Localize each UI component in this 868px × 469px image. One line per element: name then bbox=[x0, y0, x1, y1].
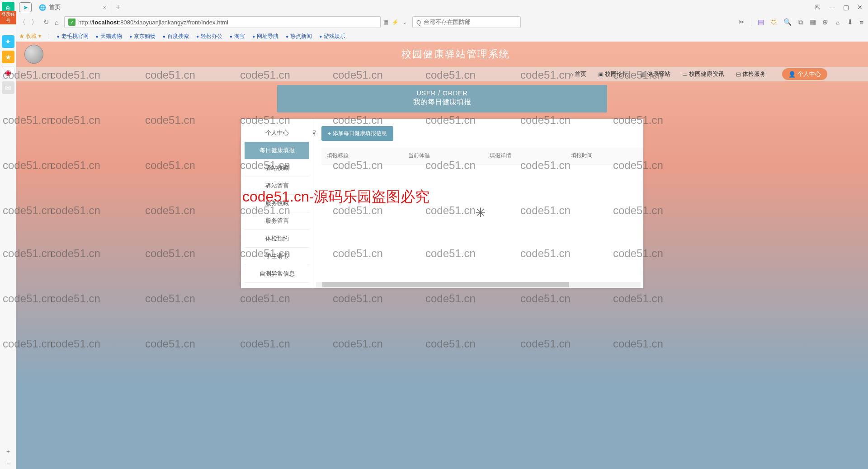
toolbar-icons: ✂ ▤ 🛡 🔍 ⧉ ▦ ⊕ ☼ ⬇ ≡ bbox=[739, 18, 863, 26]
bookmark-link[interactable]: ●天猫购物 bbox=[96, 33, 122, 40]
hero-line-cn: 我的每日健康填报 bbox=[277, 98, 607, 107]
bookmark-star-icon[interactable]: ★ 收藏 ▾ bbox=[19, 33, 41, 40]
user-icon: 👤 bbox=[788, 71, 796, 78]
side-menu-item[interactable]: 每日健康填报 bbox=[245, 142, 309, 159]
add-tab-icon[interactable]: + bbox=[6, 448, 10, 455]
horizontal-scrollbar[interactable] bbox=[316, 282, 641, 287]
watermark-text: code51.cn bbox=[425, 292, 476, 305]
compass-icon[interactable]: ➤ bbox=[19, 2, 32, 12]
bookmark-bar: ★ 收藏 ▾ | ●老毛桃官网●天猫购物●京东购物●百度搜索●轻松办公●淘宝●网… bbox=[0, 30, 868, 42]
reload-button[interactable]: ↻ bbox=[43, 18, 49, 26]
nav-item[interactable]: ▥健康驿站 bbox=[640, 70, 670, 78]
side-menu-item[interactable]: 学生请假 bbox=[245, 248, 309, 265]
watermark-text: code51.cn bbox=[50, 338, 100, 350]
sidebar-app-1-icon[interactable]: ✦ bbox=[2, 35, 14, 48]
shield2-icon[interactable]: 🛡 bbox=[770, 19, 777, 26]
zoom-icon[interactable]: 🔍 bbox=[783, 18, 792, 26]
watermark-text: code51.cn bbox=[145, 159, 195, 172]
plus-icon: + bbox=[328, 131, 331, 137]
window-close-icon[interactable]: ✕ bbox=[857, 4, 863, 11]
side-menu-item[interactable]: 服务留言 bbox=[245, 212, 309, 230]
side-menu-item[interactable]: 自测异常信息 bbox=[245, 265, 309, 283]
data-table: 填报标题当前体温填报详情填报时间 bbox=[321, 147, 643, 164]
tab-title: 首页 bbox=[49, 3, 61, 11]
nav-item[interactable]: ▣校园论坛 bbox=[598, 70, 628, 78]
table-header: 填报时间 bbox=[566, 147, 643, 164]
window-min-icon[interactable]: — bbox=[829, 4, 835, 11]
search-input[interactable]: Q 台湾不存在国防部 bbox=[412, 16, 521, 28]
watermark-text: code51.cn bbox=[50, 204, 100, 217]
bookmark-link[interactable]: ●百度搜索 bbox=[163, 33, 189, 40]
globe-icon: 🌐 bbox=[39, 4, 46, 11]
back-button[interactable]: 〈 bbox=[19, 18, 26, 27]
sidebar-app-2-icon[interactable]: ★ bbox=[2, 51, 14, 63]
side-menu-item[interactable]: 体检预约 bbox=[245, 230, 309, 248]
watermark-text: code51.cn bbox=[240, 292, 290, 305]
globe2-icon[interactable]: ⊕ bbox=[822, 18, 828, 26]
new-tab-button[interactable]: + bbox=[111, 3, 125, 12]
side-menu-item[interactable]: 个人中心 bbox=[245, 124, 309, 142]
apps-icon[interactable]: ▦ bbox=[810, 18, 816, 26]
side-menu-item[interactable]: 服务收藏 bbox=[245, 195, 309, 212]
hero-line-en: USER / ORDER bbox=[277, 89, 607, 97]
watermark-text: code51.cn bbox=[240, 338, 290, 350]
bookmark-link[interactable]: ●老毛桃官网 bbox=[57, 33, 89, 40]
url-text: http://localhost:8080/xiaoyuanjiankangyz… bbox=[78, 19, 228, 26]
flash-icon[interactable]: ⚡ bbox=[392, 19, 399, 25]
bookmark-link[interactable]: ●热点新闻 bbox=[286, 33, 312, 40]
user-center-label: 个人中心 bbox=[797, 70, 821, 78]
watermark-text: code51.cn bbox=[333, 292, 383, 305]
browser-tab[interactable]: 🌐 首页 × bbox=[34, 0, 111, 14]
watermark-text: code51.cn bbox=[145, 292, 195, 305]
url-input[interactable]: ✓ http://localhost:8080/xiaoyuanjiankang… bbox=[64, 16, 381, 28]
puzzle-icon[interactable]: ⧉ bbox=[798, 18, 803, 26]
login-tag[interactable]: 登录账号 bbox=[0, 11, 16, 24]
nav-item[interactable]: ⌂首页 bbox=[570, 70, 586, 78]
side-menu-item[interactable]: 驿站留言 bbox=[245, 177, 309, 195]
user-center-button[interactable]: 👤 个人中心 bbox=[782, 68, 827, 80]
download-icon[interactable]: ⬇ bbox=[847, 18, 853, 26]
watermark-text: code51.cn bbox=[50, 159, 100, 172]
qr-icon[interactable]: ▦ bbox=[383, 19, 388, 25]
main-panel: 个人中心每日健康填报驿站收藏驿站留言服务收藏服务留言体检预约学生请假自测异常信息… bbox=[241, 119, 643, 288]
home-button[interactable]: ⌂ bbox=[55, 19, 59, 26]
tab-close-icon[interactable]: × bbox=[103, 4, 106, 11]
bookmark-link[interactable]: ●网址导航 bbox=[252, 33, 278, 40]
window-max-icon[interactable]: ▢ bbox=[843, 4, 849, 11]
bookmark-link[interactable]: ●淘宝 bbox=[230, 33, 245, 40]
hamburger-icon[interactable]: ≡ bbox=[859, 19, 863, 26]
watermark-text: code51.cn bbox=[50, 247, 100, 260]
watermark-text: code51.cn bbox=[613, 292, 663, 305]
add-record-button[interactable]: + 添加每日健康填报信息 bbox=[321, 126, 393, 141]
watermark-text: code51.cn bbox=[145, 114, 195, 127]
table-header: 填报标题 bbox=[321, 147, 403, 164]
menu-lines-icon[interactable]: ≡ bbox=[6, 460, 10, 466]
sidebar-mail-icon[interactable]: ✉ bbox=[2, 81, 14, 94]
os-sidebar: e 登录账号 ✦ ★ ◉ ✉ bbox=[0, 0, 16, 469]
window-pin-icon[interactable]: ⇱ bbox=[815, 4, 821, 11]
app-header: 校园健康驿站管理系统 bbox=[16, 42, 868, 67]
side-menu: 个人中心每日健康填报驿站收藏驿站留言服务收藏服务留言体检预约学生请假自测异常信息 bbox=[241, 119, 313, 288]
watermark-text: code51.cn bbox=[145, 247, 195, 260]
scissors-icon[interactable]: ✂ bbox=[739, 18, 745, 26]
sidebar-app-3-icon[interactable]: ◉ bbox=[2, 66, 14, 79]
watermark-text: code51.cn bbox=[425, 338, 476, 350]
nav-item[interactable]: ⊟体检服务 bbox=[736, 70, 766, 78]
translate-icon[interactable]: ▤ bbox=[758, 18, 764, 26]
os-sidebar-bottom: + ≡ bbox=[0, 448, 16, 469]
sun-icon[interactable]: ☼ bbox=[835, 19, 841, 26]
watermark-text: code51.cn bbox=[520, 292, 571, 305]
loading-spinner-icon: ✳ bbox=[475, 205, 486, 220]
avatar[interactable] bbox=[24, 45, 43, 64]
forward-button[interactable]: 〉 bbox=[31, 18, 38, 27]
tab-bar: ➤ 🌐 首页 × + ⇱ — ▢ ✕ bbox=[0, 0, 868, 14]
nav-item[interactable]: ▭校园健康资讯 bbox=[682, 70, 724, 78]
bookmark-link[interactable]: ●京东购物 bbox=[129, 33, 156, 40]
bookmark-link[interactable]: ●轻松办公 bbox=[196, 33, 222, 40]
side-menu-item[interactable]: 驿站收藏 bbox=[245, 159, 309, 177]
chevron-down-icon[interactable]: ⌄ bbox=[402, 19, 407, 25]
watermark-text: code51.cn bbox=[333, 338, 383, 350]
search-placeholder: 台湾不存在国防部 bbox=[424, 18, 471, 26]
bookmark-link[interactable]: ●游戏娱乐 bbox=[319, 33, 345, 40]
watermark-text: code51.cn bbox=[145, 204, 195, 217]
